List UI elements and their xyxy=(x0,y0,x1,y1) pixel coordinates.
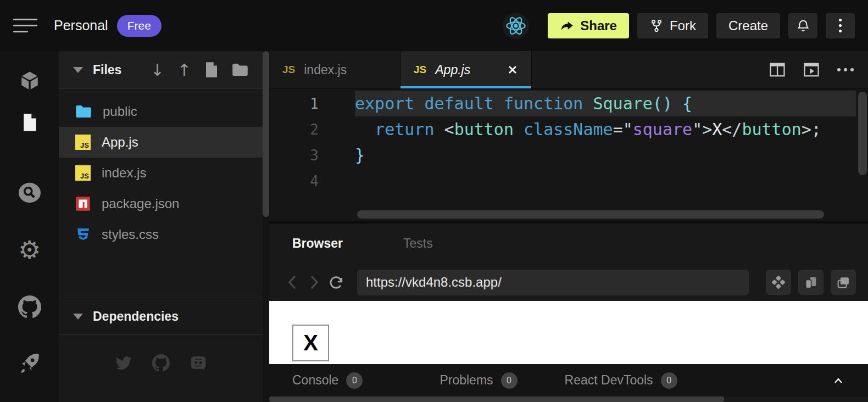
fork-button[interactable]: Fork xyxy=(637,13,708,38)
editor-tabbar: JS index.js JS App.js xyxy=(269,51,868,89)
folder-icon xyxy=(75,104,92,119)
close-tab-icon[interactable] xyxy=(507,64,518,75)
file-row-app-js[interactable]: JS App.js xyxy=(59,127,263,158)
preview-icon[interactable] xyxy=(803,62,820,77)
sandbox-cube-icon[interactable] xyxy=(16,68,43,94)
rocket-icon[interactable] xyxy=(16,350,43,376)
github-icon[interactable] xyxy=(152,354,170,372)
code-line[interactable]: 4 xyxy=(269,168,868,194)
tab-tests[interactable]: Tests xyxy=(403,236,433,251)
responsive-preview-button[interactable] xyxy=(798,270,824,295)
files-title: Files xyxy=(93,63,121,77)
file-row-index-js[interactable]: JS index.js xyxy=(59,158,263,188)
gear-icon[interactable]: ⚙ xyxy=(16,237,43,263)
menu-icon[interactable] xyxy=(13,19,38,32)
more-menu-button[interactable] xyxy=(826,13,855,38)
react-devtools-tab[interactable]: React DevTools 0 xyxy=(565,372,677,389)
js-badge: JS xyxy=(414,64,426,76)
new-folder-icon[interactable] xyxy=(232,63,248,77)
more-icon[interactable] xyxy=(837,68,854,71)
workspace-name[interactable]: Personal xyxy=(54,18,108,34)
split-view-icon[interactable] xyxy=(769,62,786,77)
tab-browser[interactable]: Browser xyxy=(292,236,343,251)
explorer-scrollbar[interactable] xyxy=(263,51,269,402)
file-explorer-icon[interactable] xyxy=(16,109,43,136)
tab-label: index.js xyxy=(304,63,347,77)
share-label: Share xyxy=(580,18,617,34)
tab-app-js[interactable]: JS App.js xyxy=(400,51,532,88)
chevron-down-icon[interactable] xyxy=(73,67,83,73)
js-file-icon: JS xyxy=(75,165,91,181)
share-button[interactable]: Share xyxy=(548,13,629,38)
dependencies-section-header[interactable]: Dependencies xyxy=(59,298,263,335)
editor-vertical-scrollbar[interactable] xyxy=(858,92,867,175)
fork-icon xyxy=(649,19,664,33)
github-icon[interactable] xyxy=(16,294,43,320)
scrollbar-thumb[interactable] xyxy=(269,397,724,402)
activity-rail: ⚙ xyxy=(0,51,59,402)
line-number: 4 xyxy=(269,173,324,189)
line-number: 2 xyxy=(269,121,324,138)
create-label: Create xyxy=(728,18,768,34)
square-game-button[interactable]: X xyxy=(292,325,329,361)
new-file-icon[interactable] xyxy=(204,62,219,78)
code-line[interactable]: 1 export default function Square() { xyxy=(269,91,868,116)
social-links xyxy=(59,354,263,372)
file-name: package.json xyxy=(102,196,179,211)
dependencies-title: Dependencies xyxy=(93,309,179,324)
file-name: styles.css xyxy=(102,227,159,242)
file-row-styles-css[interactable]: styles.css xyxy=(59,219,263,250)
devtools-button[interactable] xyxy=(766,270,791,295)
file-name: public xyxy=(103,104,137,119)
file-name: index.js xyxy=(102,165,146,181)
chevron-down-icon[interactable] xyxy=(73,314,83,320)
problems-label: Problems xyxy=(439,373,493,388)
code-editor[interactable]: 1 export default function Square() { 2 r… xyxy=(269,89,868,221)
right-panel: JS index.js JS App.js xyxy=(269,51,868,402)
code-line[interactable]: 3 } xyxy=(269,142,868,168)
devtools-bar: Console 0 Problems 0 React DevTools 0 xyxy=(269,364,868,397)
discord-icon[interactable] xyxy=(190,354,207,372)
top-header: Personal Free Share Fork Create xyxy=(0,0,868,51)
notifications-button[interactable] xyxy=(788,13,817,38)
share-arrow-icon xyxy=(560,19,574,33)
tab-index-js[interactable]: JS index.js xyxy=(269,51,400,88)
chevron-up-icon[interactable] xyxy=(832,375,845,386)
twitter-icon[interactable] xyxy=(115,354,132,372)
react-logo-icon xyxy=(503,13,529,39)
browser-preview: X xyxy=(269,301,868,364)
problems-tab[interactable]: Problems 0 xyxy=(439,372,517,389)
responsive-icon xyxy=(803,275,819,290)
kebab-menu-icon xyxy=(839,19,842,32)
url-input[interactable] xyxy=(357,270,749,295)
line-number: 3 xyxy=(269,147,324,164)
js-file-icon: JS xyxy=(75,135,91,150)
refresh-icon[interactable] xyxy=(325,271,347,293)
search-icon[interactable] xyxy=(16,180,43,206)
file-row-public[interactable]: public xyxy=(59,96,263,127)
code-line[interactable]: 2 return <button className="square">X</b… xyxy=(269,116,868,142)
console-label: Console xyxy=(292,373,338,388)
plan-badge: Free xyxy=(117,15,162,37)
tab-label: App.js xyxy=(435,63,470,77)
forward-icon[interactable] xyxy=(303,271,325,293)
file-explorer-panel: Files ↓ ↑ public JS App.js xyxy=(59,51,263,402)
file-list: public JS App.js JS index.js package.jso… xyxy=(59,89,263,250)
file-row-package-json[interactable]: package.json xyxy=(59,188,263,219)
bottom-scrollbar[interactable] xyxy=(269,397,868,402)
scrollbar-thumb[interactable] xyxy=(263,51,269,217)
preview-tabbar: Browser Tests xyxy=(269,221,868,264)
console-tab[interactable]: Console 0 xyxy=(292,372,363,389)
create-button[interactable]: Create xyxy=(716,13,780,38)
file-name: App.js xyxy=(102,135,138,150)
npm-file-icon xyxy=(75,196,91,211)
open-window-icon xyxy=(836,275,851,290)
problems-count-badge: 0 xyxy=(501,372,518,389)
editor-horizontal-scrollbar[interactable] xyxy=(357,210,824,219)
back-icon[interactable] xyxy=(281,271,303,293)
bell-icon xyxy=(795,18,811,34)
download-icon[interactable]: ↓ xyxy=(151,60,164,80)
upload-icon[interactable]: ↑ xyxy=(177,60,191,80)
open-window-button[interactable] xyxy=(831,270,856,295)
files-section-header[interactable]: Files ↓ ↑ xyxy=(59,51,263,89)
